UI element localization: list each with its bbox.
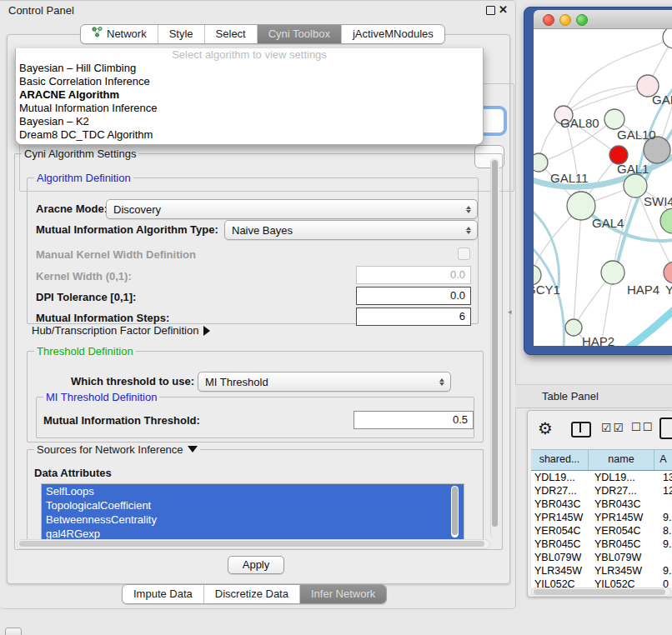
- node-label: GCY1: [534, 282, 560, 297]
- deselect-checkboxes-icon[interactable]: ☐☐: [631, 421, 654, 433]
- bottom-tab-impute-data[interactable]: Impute Data: [123, 585, 203, 603]
- gear-icon[interactable]: ⚙: [538, 418, 553, 438]
- dropdown-item[interactable]: ARACNE Algorithm: [16, 88, 483, 102]
- network-node[interactable]: [601, 261, 624, 284]
- settings-horizontal-scrollbar[interactable]: [17, 539, 490, 549]
- node-label: HAP2: [582, 334, 614, 346]
- table-cell: 12: [659, 484, 672, 498]
- data-attributes-list[interactable]: SelfLoopsTopologicalCoefficientBetweenne…: [41, 483, 464, 542]
- aracne-mode-combobox[interactable]: Discovery: [106, 199, 478, 219]
- column-header[interactable]: A: [654, 450, 672, 470]
- dropdown-item[interactable]: Basic Correlation Inference: [16, 75, 483, 88]
- tab-select[interactable]: Select: [204, 25, 257, 43]
- table-row[interactable]: YBL079WYBL079W: [531, 551, 672, 564]
- table-row[interactable]: YDL19...YDL19...13: [531, 471, 672, 484]
- table-panel-title: Table Panel: [542, 390, 599, 402]
- network-node[interactable]: [534, 153, 548, 172]
- collapse-down-icon: [188, 446, 198, 452]
- collapsed-panel-button[interactable]: [5, 628, 22, 635]
- close-icon[interactable]: ✕: [499, 3, 508, 16]
- network-graph: GALGAL80GAL10GAL1GAL11SWI4GAL4GCY1HAP4YH…: [534, 29, 672, 346]
- dpi-tolerance-label: DPI Tolerance [0,1]:: [36, 291, 136, 303]
- network-edge[interactable]: [574, 206, 581, 328]
- settings-vertical-scrollbar-thumb[interactable]: [492, 160, 498, 527]
- network-icon: [92, 25, 103, 43]
- network-node[interactable]: [660, 208, 672, 233]
- settings-vertical-scrollbar[interactable]: [490, 158, 499, 538]
- control-panel-title: Control Panel: [8, 4, 74, 17]
- table-row[interactable]: YBR043CYBR043C: [531, 498, 672, 511]
- hub-definition-expander[interactable]: Hub/Transcription Factor Definition: [32, 324, 210, 337]
- updown-arrows-icon: [466, 206, 471, 213]
- algorithm-definition-title: Algorithm Definition: [34, 172, 133, 184]
- column-header[interactable]: name: [589, 450, 654, 470]
- settings-group-title: Cyni Algorithm Settings: [22, 148, 138, 160]
- manual-kernel-checkbox[interactable]: [458, 248, 470, 260]
- table-row[interactable]: YDR27...YDR27...12: [531, 484, 672, 498]
- node-label: HAP4: [627, 282, 659, 297]
- network-node[interactable]: [663, 29, 672, 48]
- column-header[interactable]: shared...: [531, 450, 589, 470]
- network-node[interactable]: [664, 262, 672, 283]
- tab-label: Style: [169, 25, 193, 43]
- zoom-traffic-light-icon[interactable]: [576, 14, 588, 26]
- algorithm-dropdown-popup: Select algorithm to view settings Bayesi…: [15, 48, 484, 145]
- table-cell: YIL052C: [531, 578, 591, 588]
- kernel-width-field[interactable]: 0.0: [356, 266, 471, 284]
- table-header-row[interactable]: shared...nameA: [531, 449, 672, 471]
- table-cell: YER054C: [531, 524, 591, 538]
- bottom-tabs: Impute DataDiscretize DataInfer Network: [122, 584, 387, 604]
- table-cell: YDR27...: [591, 484, 659, 498]
- table-row[interactable]: YIL052CYIL052C0: [531, 578, 672, 588]
- hub-definition-label: Hub/Transcription Factor Definition: [32, 324, 198, 337]
- table-row[interactable]: YPR145WYPR145W9.: [531, 511, 672, 524]
- table-cell: YIL052C: [591, 578, 659, 588]
- network-window-titlebar[interactable]: [534, 10, 672, 29]
- dropdown-item[interactable]: Dream8 DC_TDC Algorithm: [16, 128, 483, 142]
- tab-network[interactable]: Network: [81, 25, 158, 43]
- which-threshold-combobox[interactable]: MI Threshold: [198, 372, 451, 392]
- network-edge[interactable]: [564, 86, 648, 115]
- updown-arrows-icon: [466, 227, 471, 234]
- attribute-item[interactable]: BetweennessCentrality: [42, 512, 464, 527]
- mi-type-combobox[interactable]: Naive Bayes: [224, 220, 478, 240]
- mi-threshold-field[interactable]: 0.5: [354, 411, 474, 429]
- export-table-icon[interactable]: [659, 418, 672, 439]
- tab-jactivemnodules[interactable]: jActiveMNodules: [341, 25, 444, 43]
- table-row[interactable]: YER054CYER054C8.: [531, 524, 672, 538]
- attributes-scrollbar[interactable]: [451, 486, 459, 538]
- table-row[interactable]: YBR045CYBR045C9.: [531, 538, 672, 551]
- attributes-scrollbar-thumb[interactable]: [452, 487, 458, 535]
- tab-cyni-toolbox[interactable]: Cyni Toolbox: [257, 25, 341, 43]
- select-all-checkboxes-icon[interactable]: ☑☑: [601, 421, 625, 434]
- panel-splitter-icon[interactable]: ◂: [508, 308, 512, 316]
- dropdown-item[interactable]: Bayesian – Hill Climbing: [16, 62, 483, 75]
- table-row[interactable]: YLR345WYLR345W9.: [531, 564, 672, 578]
- mi-steps-field[interactable]: 6: [356, 308, 471, 326]
- network-node[interactable]: [567, 192, 595, 220]
- bottom-tab-infer-network[interactable]: Infer Network: [299, 585, 386, 603]
- network-node[interactable]: [565, 319, 582, 336]
- minimize-traffic-light-icon[interactable]: [559, 14, 571, 26]
- close-traffic-light-icon[interactable]: [543, 14, 554, 26]
- attribute-item[interactable]: SelfLoops: [42, 484, 464, 498]
- attribute-item[interactable]: TopologicalCoefficient: [42, 498, 464, 512]
- table-body[interactable]: YDL19...YDL19...13YDR27...YDR27...12YBR0…: [531, 471, 672, 588]
- settings-horizontal-scrollbar-thumb[interactable]: [19, 541, 484, 547]
- bottom-tab-discretize-data[interactable]: Discretize Data: [203, 585, 299, 603]
- table-horizontal-scrollbar-thumb[interactable]: [534, 589, 665, 595]
- columns-icon[interactable]: [571, 422, 591, 438]
- dropdown-item[interactable]: Bayesian – K2: [16, 115, 483, 128]
- control-panel-window: Control Panel ✕ Cyni Algorithm Settings …: [0, 0, 516, 609]
- network-node[interactable]: [604, 109, 624, 129]
- apply-button[interactable]: Apply: [228, 556, 284, 574]
- float-window-icon[interactable]: [486, 6, 495, 15]
- dpi-tolerance-field[interactable]: 0.0: [356, 287, 471, 305]
- table-cell: YDL19...: [531, 471, 591, 484]
- table-horizontal-scrollbar[interactable]: [531, 588, 671, 597]
- mi-threshold-title: MI Threshold Definition: [43, 391, 159, 403]
- network-canvas[interactable]: GALGAL80GAL10GAL1GAL11SWI4GAL4GCY1HAP4YH…: [534, 29, 672, 346]
- tab-style[interactable]: Style: [158, 25, 204, 43]
- dropdown-item[interactable]: Mutual Information Inference: [16, 102, 483, 115]
- table-cell: 9.: [659, 538, 672, 551]
